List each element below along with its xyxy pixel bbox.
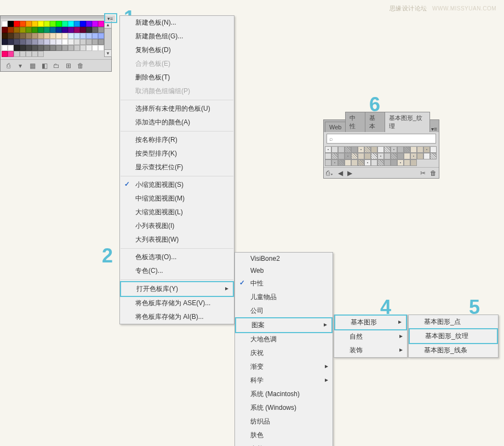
menu-item[interactable]: 基本图形 [334,315,407,330]
menu-item[interactable]: 添加选中的颜色(A) [120,116,234,129]
pattern-swatch[interactable] [338,153,345,159]
search-input[interactable]: ⌕ [327,134,436,144]
menu-item[interactable]: 小列表视图(I) [120,219,234,233]
pattern-swatch[interactable] [397,153,404,159]
swatch[interactable] [38,21,44,27]
tab[interactable]: 基本 [365,112,385,132]
pattern-swatch[interactable] [430,146,437,153]
swatch[interactable] [2,51,8,57]
menu-item[interactable]: 复制色板(D) [120,43,234,57]
swatch[interactable] [86,33,92,39]
swatch[interactable] [74,27,80,33]
pattern-swatch[interactable] [377,159,384,166]
pattern-swatch[interactable] [391,146,397,153]
swatch[interactable] [80,45,86,51]
swatch[interactable] [2,39,8,45]
pattern-swatch[interactable] [325,159,331,166]
swatch[interactable] [68,33,74,39]
menu-item[interactable]: 将色板库存储为 ASE(V)... [120,296,234,310]
trash-icon[interactable]: 🗑 [430,169,437,177]
swatch[interactable] [2,21,8,27]
menu-item[interactable]: 肤色 [235,428,333,442]
swatch[interactable] [26,51,32,57]
pattern-swatch[interactable] [331,146,338,153]
tab[interactable]: 中性 [345,112,365,132]
tab[interactable]: 基本图形_纹理 [385,112,431,132]
swatch[interactable] [86,27,92,33]
swatch[interactable] [68,45,74,51]
swatch[interactable] [50,27,56,33]
menu-item[interactable]: 纺织品 [235,415,333,428]
pattern-swatch[interactable] [351,159,358,166]
swatch[interactable] [44,27,50,33]
menu-item[interactable]: 基本图形_线条 [409,344,498,357]
pattern-swatch[interactable] [325,153,331,159]
swatch[interactable] [8,51,14,57]
pattern-swatch[interactable] [391,159,397,166]
pattern-swatch[interactable] [331,159,338,166]
pattern-swatch[interactable] [404,146,410,153]
menu-item[interactable]: 装饰 [334,344,407,357]
swatch[interactable] [98,27,104,33]
pattern-swatch[interactable] [358,146,364,153]
pin-icon[interactable]: ✂ [420,169,426,177]
menu-item[interactable]: 选择所有未使用的色板(U) [120,102,234,116]
pattern-swatch[interactable] [423,146,430,153]
swatch[interactable] [62,45,68,51]
swatch[interactable] [68,39,74,45]
swatch[interactable] [80,21,86,27]
menu-item[interactable]: 系统 (Windows) [235,401,333,415]
swatch[interactable] [20,33,26,39]
menu-item[interactable]: Web [235,265,333,277]
tab[interactable]: Web [325,122,346,132]
swatch-kinds-icon[interactable]: ▦ [28,61,37,70]
swatch[interactable] [80,33,86,39]
panel-menu-button[interactable]: ▾≡ [105,15,115,21]
swatch[interactable] [14,27,20,33]
menu-item[interactable]: 基本图形_点 [409,315,498,329]
swatch[interactable] [38,39,44,45]
swatch[interactable] [38,33,44,39]
menu-item[interactable]: 专色(C)... [120,264,234,278]
swatch[interactable] [20,51,26,57]
library-icon[interactable]: ⎙▾ [326,169,334,177]
swatch[interactable] [32,45,38,51]
swatch[interactable] [26,27,32,33]
menu-item[interactable]: 中缩览图视图(M) [120,192,234,205]
swatch[interactable] [38,45,44,51]
swatch[interactable] [14,33,20,39]
menu-item[interactable]: 自然 [334,330,407,344]
swatch[interactable] [62,39,68,45]
swatch[interactable] [8,45,14,51]
swatch[interactable] [14,39,20,45]
menu-icon[interactable]: ▾ [16,61,25,70]
menu-item[interactable]: 科学 [235,374,333,387]
menu-item[interactable]: 新建颜色组(G)... [120,30,234,43]
pattern-swatch[interactable] [338,159,345,166]
swatch[interactable] [20,39,26,45]
scroll-down-button[interactable]: ▼ [104,49,112,57]
swatch[interactable] [26,21,32,27]
swatch[interactable] [98,45,104,51]
swatch[interactable] [32,39,38,45]
prev-button[interactable]: ◀ [338,169,343,177]
swatch[interactable] [68,27,74,33]
delete-icon[interactable]: 🗑 [76,61,85,70]
swatch[interactable] [98,33,104,39]
swatch[interactable] [98,39,104,45]
swatch[interactable] [14,51,20,57]
pattern-swatch[interactable] [331,153,338,159]
menu-item[interactable]: 庆祝 [235,346,333,360]
pattern-swatch[interactable] [377,153,384,159]
swatch[interactable] [50,39,56,45]
pattern-swatch[interactable] [338,146,345,153]
pattern-swatch[interactable] [358,159,364,166]
pattern-swatch[interactable] [345,153,351,159]
pattern-swatch[interactable] [345,146,351,153]
next-button[interactable]: ▶ [347,169,352,177]
pattern-swatch[interactable] [371,153,377,159]
menu-item[interactable]: 基本图形_纹理 [409,328,498,344]
menu-item[interactable]: 大列表视图(W) [120,233,234,247]
pattern-swatch[interactable] [345,159,351,166]
swatch[interactable] [32,27,38,33]
